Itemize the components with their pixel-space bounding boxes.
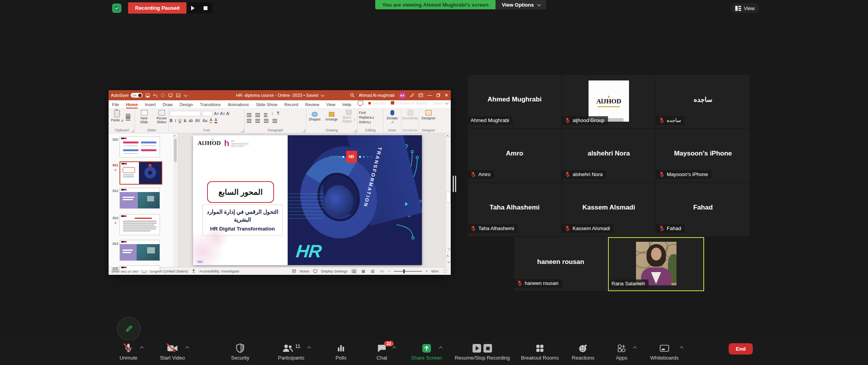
breakout-rooms-button[interactable]: Breakout Rooms: [515, 342, 565, 363]
present-in-teams-button[interactable]: Present in Teams: [391, 101, 427, 105]
normal-view-button[interactable]: ▤: [351, 269, 357, 274]
participant-tile[interactable]: Ahmed Mughrabi Ahmed Mughrabi: [468, 75, 561, 128]
reading-view-button[interactable]: ▥: [370, 269, 376, 274]
line-spacing-icon[interactable]: ↕: [271, 111, 273, 115]
bullets-icon[interactable]: [247, 113, 251, 114]
annotate-pencil-button[interactable]: [117, 317, 141, 341]
font-dialog-launcher-icon[interactable]: [241, 129, 244, 132]
undo-icon[interactable]: [153, 93, 158, 98]
indent-icon[interactable]: [264, 113, 267, 114]
highlight-color-button[interactable]: A: [209, 118, 212, 123]
font-size-box[interactable]: [202, 111, 213, 116]
ppt-menu-tab[interactable]: Draw: [162, 101, 173, 108]
polls-button[interactable]: Polls: [320, 342, 362, 363]
thumbnail-scrollbar[interactable]: [173, 133, 177, 267]
char-spacing-button[interactable]: AV: [195, 119, 200, 123]
text-direction-icon[interactable]: ¶: [277, 111, 279, 115]
resume-recording-icon[interactable]: [191, 6, 195, 10]
restore-icon[interactable]: [436, 93, 440, 97]
audio-options-chevron-icon[interactable]: [140, 346, 144, 350]
align-left-icon[interactable]: [247, 119, 251, 120]
new-slide-button[interactable]: New Slide: [136, 110, 152, 124]
participant-tile[interactable]: Fahad Fahad: [656, 183, 750, 236]
user-avatar[interactable]: AA: [399, 92, 406, 99]
title-chevron-icon[interactable]: [321, 93, 325, 97]
autosave-toggle[interactable]: AutoSave On: [111, 93, 142, 98]
paragraph-dialog-launcher-icon[interactable]: [302, 129, 305, 132]
chat-button[interactable]: 22 Chat: [360, 342, 403, 363]
autosave-switch-icon[interactable]: On: [131, 93, 142, 98]
sensitivity-button[interactable]: Sensitivity: [402, 110, 418, 120]
increase-font-icon[interactable]: A˄: [214, 112, 219, 116]
zoom-in-button[interactable]: +: [425, 269, 428, 273]
clipboard-dialog-launcher-icon[interactable]: [131, 129, 134, 132]
view-options-button[interactable]: View Options: [495, 0, 546, 9]
resume-recording-icon[interactable]: [473, 344, 481, 353]
drawing-dialog-launcher-icon[interactable]: [354, 129, 357, 132]
close-icon[interactable]: ✕: [445, 93, 448, 98]
ppt-menu-tab[interactable]: Help: [342, 101, 352, 108]
save-icon[interactable]: [146, 93, 150, 98]
paste-button[interactable]: Paste: [110, 110, 124, 122]
ppt-menu-tab[interactable]: Home: [126, 101, 139, 108]
replace-button[interactable]: Replace: [359, 115, 382, 119]
strikethrough-button[interactable]: S: [184, 119, 186, 123]
ppt-menu-tab[interactable]: Animations: [227, 101, 249, 108]
justify-icon[interactable]: [272, 119, 277, 120]
slide-thumbnail-364[interactable]: [119, 240, 160, 261]
stop-recording-icon[interactable]: [483, 344, 492, 353]
font-name-box[interactable]: [170, 111, 201, 116]
present-display-icon[interactable]: [168, 93, 173, 98]
participants-chevron-icon[interactable]: [307, 346, 311, 350]
ppt-menu-tab[interactable]: Transitions: [200, 101, 221, 108]
participant-tile[interactable]: Taha Alhashemi Taha Alhashemi: [468, 183, 561, 236]
ppt-share-button[interactable]: Share: [432, 101, 448, 105]
share-options-chevron-icon[interactable]: [439, 346, 443, 350]
ppt-menu-tab[interactable]: File: [112, 101, 119, 108]
editing-pencil-icon[interactable]: [410, 93, 414, 98]
search-icon[interactable]: [350, 93, 355, 98]
decrease-font-icon[interactable]: A˅: [220, 112, 225, 116]
zoom-out-button[interactable]: −: [388, 269, 391, 273]
security-button[interactable]: Security: [219, 342, 262, 363]
clear-format-icon[interactable]: A̸: [226, 112, 229, 116]
zoom-level[interactable]: 66%: [431, 269, 439, 273]
reuse-slides-button[interactable]: Reuse Slides: [154, 110, 169, 124]
whiteboards-chevron-icon[interactable]: [680, 346, 684, 350]
bold-button[interactable]: B: [170, 119, 172, 123]
whiteboards-button[interactable]: Whiteboards: [639, 342, 690, 363]
minimize-icon[interactable]: —: [427, 93, 432, 98]
next-slide-button[interactable]: [446, 260, 451, 265]
unmute-button[interactable]: Unmute: [107, 342, 150, 363]
display-settings-button[interactable]: Display Settings: [321, 269, 348, 273]
accessibility-status[interactable]: Accessibility: Investigate: [199, 269, 239, 273]
participant-tile[interactable]: alshehri Nora alshehri Nora: [562, 129, 655, 182]
recording-paused-indicator[interactable]: Recording Paused: [128, 2, 186, 14]
zoom-slider[interactable]: [394, 271, 422, 272]
resume-stop-recording-button[interactable]: Resume/Stop Recording: [445, 342, 519, 363]
align-center-icon[interactable]: [255, 119, 260, 120]
apps-chevron-icon[interactable]: [633, 346, 637, 350]
numbering-icon[interactable]: [255, 113, 260, 114]
align-right-icon[interactable]: [264, 119, 269, 120]
stop-recording-icon[interactable]: [204, 6, 207, 10]
notes-button[interactable]: Notes: [300, 269, 309, 273]
encryption-shield-icon[interactable]: [112, 3, 121, 13]
participant-tile[interactable]: haneen rousan haneen rousan: [514, 237, 607, 291]
dictate-button[interactable]: Dictate: [385, 110, 400, 123]
participants-button[interactable]: 11 Participants: [270, 342, 313, 363]
panel-resize-handle[interactable]: [453, 176, 456, 192]
participant-tile[interactable]: ▲ AlJHOD aljhood Group: [562, 75, 655, 128]
slide-sorter-view-button[interactable]: ▦: [360, 269, 366, 274]
quick-access-chevron-icon[interactable]: [184, 93, 188, 97]
ppt-menu-tab[interactable]: Review: [305, 101, 320, 108]
underline-button[interactable]: U: [179, 119, 181, 123]
ppt-record-button[interactable]: Record: [368, 101, 386, 105]
participant-tile[interactable]: Maysoon’s iPhone Maysoon’s iPhone: [656, 129, 750, 182]
ppt-menu-tab[interactable]: Record: [284, 101, 299, 108]
ppt-menu-tab[interactable]: Design: [179, 101, 193, 108]
ppt-menu-tab[interactable]: Insert: [144, 101, 156, 108]
participant-tile[interactable]: ساجده ساجده: [656, 75, 750, 128]
font-color-button[interactable]: A: [214, 118, 217, 123]
video-options-chevron-icon[interactable]: [185, 346, 189, 350]
